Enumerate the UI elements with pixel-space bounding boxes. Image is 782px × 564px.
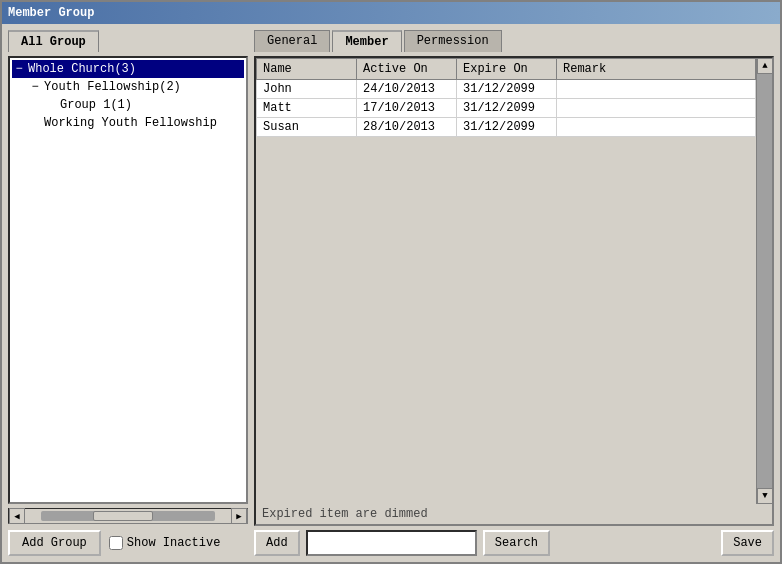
table-vscrollbar[interactable]: ▲ ▼ (756, 58, 772, 504)
tree-label-working-youth: Working Youth Fellowship (42, 115, 219, 131)
cell-expire-on: 31/12/2099 (457, 99, 557, 118)
show-inactive-checkbox-wrap[interactable]: Show Inactive (109, 536, 221, 550)
tree-toggle-group1 (44, 98, 58, 112)
tree-label-group1: Group 1(1) (58, 97, 134, 113)
cell-name: Matt (257, 99, 357, 118)
tree-toggle-youth-fellowship[interactable]: − (28, 80, 42, 94)
left-tab-bar: All Group (8, 30, 248, 52)
right-tab-bar: General Member Permession (254, 30, 774, 52)
tree-hscrollbar[interactable]: ◀ ▶ (8, 508, 248, 524)
tab-all-group[interactable]: All Group (8, 30, 99, 52)
cell-expire-on: 31/12/2099 (457, 118, 557, 137)
cell-name: John (257, 80, 357, 99)
cell-active-on: 28/10/2013 (357, 118, 457, 137)
table-row[interactable]: Susan 28/10/2013 31/12/2099 (257, 118, 756, 137)
tree-node-youth-fellowship[interactable]: − Youth Fellowship(2) (12, 78, 244, 96)
right-bottom-bar: Add Search Save (254, 530, 774, 556)
hscroll-right-btn[interactable]: ▶ (231, 508, 247, 524)
search-input[interactable] (306, 530, 477, 556)
table-row[interactable]: Matt 17/10/2013 31/12/2099 (257, 99, 756, 118)
tree-toggle-whole-church[interactable]: − (12, 62, 26, 76)
show-inactive-label: Show Inactive (127, 536, 221, 550)
cell-active-on: 17/10/2013 (357, 99, 457, 118)
member-table: Name Active On Expire On Remark John 24/… (256, 58, 756, 137)
cell-name: Susan (257, 118, 357, 137)
tree-label-youth-fellowship: Youth Fellowship(2) (42, 79, 183, 95)
cell-active-on: 24/10/2013 (357, 80, 457, 99)
cell-remark (557, 99, 756, 118)
col-expire-on: Expire On (457, 59, 557, 80)
cell-remark (557, 80, 756, 99)
show-inactive-checkbox[interactable] (109, 536, 123, 550)
tab-member[interactable]: Member (332, 30, 401, 52)
hscroll-thumb[interactable] (93, 511, 153, 521)
cell-expire-on: 31/12/2099 (457, 80, 557, 99)
window-title: Member Group (8, 6, 94, 20)
col-name: Name (257, 59, 357, 80)
vscroll-down-btn[interactable]: ▼ (757, 488, 772, 504)
tree-label-whole-church: Whole Church(3) (26, 61, 138, 77)
left-bottom-bar: Add Group Show Inactive (8, 528, 248, 556)
member-table-container: Name Active On Expire On Remark John 24/… (256, 58, 756, 504)
tree-node-group1[interactable]: Group 1(1) (12, 96, 244, 114)
vscroll-up-btn[interactable]: ▲ (757, 58, 772, 74)
cell-remark (557, 118, 756, 137)
right-panel: General Member Permession Name (254, 30, 774, 556)
save-button[interactable]: Save (721, 530, 774, 556)
main-window: Member Group All Group − Whole Church(3) (0, 0, 782, 564)
right-content-area: Name Active On Expire On Remark John 24/… (254, 56, 774, 526)
vscroll-track (757, 74, 772, 488)
tab-general[interactable]: General (254, 30, 330, 52)
hscroll-left-btn[interactable]: ◀ (9, 508, 25, 524)
add-group-button[interactable]: Add Group (8, 530, 101, 556)
table-row[interactable]: John 24/10/2013 31/12/2099 (257, 80, 756, 99)
left-panel: All Group − Whole Church(3) − Youth Fell… (8, 30, 248, 556)
hscroll-track (41, 511, 215, 521)
title-bar: Member Group (2, 2, 780, 24)
col-remark: Remark (557, 59, 756, 80)
search-button[interactable]: Search (483, 530, 550, 556)
tree-node-whole-church[interactable]: − Whole Church(3) (12, 60, 244, 78)
expired-note: Expired item are dimmed (256, 504, 772, 524)
tab-permission[interactable]: Permession (404, 30, 502, 52)
tree-node-working-youth[interactable]: Working Youth Fellowship (12, 114, 244, 132)
col-active-on: Active On (357, 59, 457, 80)
add-member-button[interactable]: Add (254, 530, 300, 556)
group-tree[interactable]: − Whole Church(3) − Youth Fellowship(2) (8, 56, 248, 504)
tree-toggle-working-youth (28, 116, 42, 130)
